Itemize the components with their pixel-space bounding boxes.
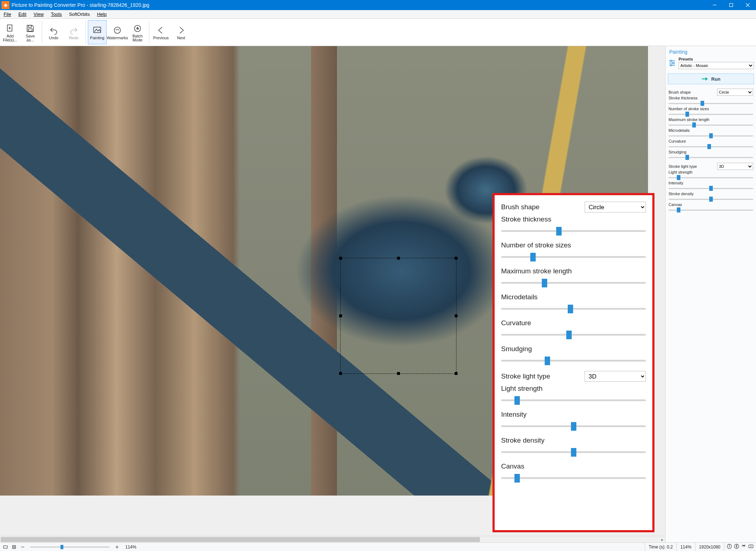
overlay-max-stroke-length-label: Maximum stroke length	[501, 267, 646, 275]
redo-button[interactable]: Redo	[64, 20, 83, 44]
curvature-label: Curvature	[669, 139, 753, 143]
menu-file[interactable]: File	[0, 11, 15, 18]
titlebar: ◆ Picture to Painting Converter Pro - st…	[0, 0, 756, 10]
zoom-slider[interactable]	[30, 545, 109, 550]
watermarks-tool-button[interactable]: Watermarks	[108, 20, 127, 44]
undo-button[interactable]: Undo	[44, 20, 63, 44]
maximize-button[interactable]	[723, 0, 739, 10]
painting-tool-button[interactable]: Painting	[88, 20, 107, 44]
overlay-canvas-label: Canvas	[501, 462, 646, 470]
overlay-light-strength-label: Light strength	[501, 385, 646, 393]
hscroll-right-icon[interactable]: ▸	[659, 536, 665, 543]
stroke-light-type-select[interactable]: 3D	[717, 163, 753, 170]
side-panel: Painting Presets Artistic - Mosaic Run B…	[665, 46, 756, 542]
svg-rect-19	[4, 546, 8, 548]
overlay-stroke-density-slider[interactable]	[501, 447, 646, 457]
facebook-icon[interactable]	[734, 543, 739, 550]
svg-rect-8	[28, 29, 32, 31]
overlay-microdetails-slider[interactable]	[501, 303, 646, 314]
microdetails-slider[interactable]	[669, 133, 753, 138]
selection-handle-se[interactable]	[455, 372, 458, 375]
overlay-max-stroke-length-slider[interactable]	[501, 277, 646, 288]
status-zoom: 114%	[676, 543, 695, 551]
light-strength-slider[interactable]	[669, 175, 753, 180]
overlay-stroke-light-type-select[interactable]: 3D	[585, 371, 646, 382]
menu-softorbits[interactable]: SoftOrbits	[66, 11, 94, 18]
svg-point-17	[672, 62, 674, 64]
redo-icon	[69, 25, 79, 35]
add-file-icon	[5, 23, 15, 33]
max-stroke-length-label: Maximum stroke length	[669, 117, 753, 122]
overlay-curvature-slider[interactable]	[501, 329, 646, 340]
add-files-button[interactable]: Add File(s)...	[1, 20, 19, 44]
hscroll-thumb[interactable]	[1, 537, 480, 542]
menu-edit[interactable]: Edit	[15, 11, 30, 18]
selection-handle-s[interactable]	[397, 372, 400, 375]
canvas-label: Canvas	[669, 202, 753, 207]
selection-handle-n[interactable]	[397, 257, 400, 260]
selection-handle-sw[interactable]	[339, 372, 342, 375]
youtube-icon[interactable]	[748, 543, 754, 550]
window-title: Picture to Painting Converter Pro - star…	[12, 2, 149, 8]
batch-icon	[132, 23, 143, 33]
canvas-hscrollbar[interactable]: ◂ ▸	[0, 536, 665, 542]
brush-shape-select[interactable]: Circle	[717, 89, 753, 96]
overlay-num-stroke-sizes-slider[interactable]	[501, 251, 646, 262]
selection-handle-e[interactable]	[455, 314, 458, 317]
presets-settings-icon[interactable]	[668, 59, 676, 67]
svg-point-28	[729, 545, 729, 545]
menu-tools[interactable]: Tools	[47, 11, 65, 18]
status-resolution: 1920x1080	[695, 543, 724, 551]
menu-view[interactable]: View	[30, 11, 47, 18]
overlay-stroke-thickness-slider[interactable]	[501, 225, 646, 236]
batch-mode-button[interactable]: Batch Mode	[128, 20, 147, 44]
zoom-out-icon[interactable]	[19, 544, 26, 550]
overlay-smudging-label: Smudging	[501, 345, 646, 353]
presets-label: Presets	[679, 57, 754, 61]
stroke-density-label: Stroke density	[669, 192, 753, 196]
actual-size-icon[interactable]	[11, 544, 17, 550]
painting-icon	[92, 25, 102, 35]
panel-title: Painting	[666, 46, 756, 57]
presets-select[interactable]: Artistic - Mosaic	[679, 62, 754, 69]
overlay-smudging-slider[interactable]	[501, 355, 646, 366]
stroke-thickness-label: Stroke thickness	[669, 96, 753, 100]
stroke-density-slider[interactable]	[669, 197, 753, 202]
menu-help[interactable]: Help	[93, 11, 110, 18]
workarea: ◂ ▸ Painting Presets Artistic - Mosaic R…	[0, 46, 756, 542]
twitter-icon[interactable]	[741, 543, 747, 550]
svg-rect-1	[730, 4, 733, 7]
num-stroke-sizes-slider[interactable]	[669, 112, 753, 117]
selection-marquee[interactable]	[340, 258, 456, 374]
fit-screen-icon[interactable]	[2, 544, 9, 550]
overlay-intensity-slider[interactable]	[501, 421, 646, 431]
overlay-brush-shape-select[interactable]: Circle	[585, 202, 646, 212]
light-strength-label: Light strength	[669, 170, 753, 174]
save-as-button[interactable]: Save as...	[21, 20, 40, 44]
stroke-thickness-slider[interactable]	[669, 101, 753, 106]
info-icon[interactable]	[726, 543, 732, 550]
overlay-light-strength-slider[interactable]	[501, 395, 646, 406]
selection-handle-nw[interactable]	[339, 257, 342, 260]
intensity-slider[interactable]	[669, 186, 753, 191]
next-button[interactable]: Next	[172, 20, 190, 44]
canvas-slider[interactable]	[669, 207, 753, 212]
overlay-canvas-slider[interactable]	[501, 472, 646, 483]
smudging-label: Smudging	[669, 150, 753, 154]
overlay-stroke-thickness-label: Stroke thickness	[501, 215, 646, 223]
previous-icon	[156, 25, 166, 35]
selection-handle-ne[interactable]	[455, 257, 458, 260]
close-button[interactable]	[739, 0, 756, 10]
undo-icon	[49, 25, 59, 35]
run-button[interactable]: Run	[668, 73, 754, 84]
smudging-slider[interactable]	[669, 155, 753, 160]
stroke-light-type-label: Stroke light type	[669, 164, 697, 169]
zoom-in-icon[interactable]	[114, 544, 120, 550]
previous-button[interactable]: Previous	[152, 20, 170, 44]
max-stroke-length-slider[interactable]	[669, 122, 753, 127]
curvature-slider[interactable]	[669, 144, 753, 149]
minimize-button[interactable]	[706, 0, 723, 10]
overlay-num-stroke-sizes-label: Number of stroke sizes	[501, 241, 646, 249]
svg-point-16	[670, 60, 672, 62]
selection-handle-w[interactable]	[339, 314, 342, 317]
